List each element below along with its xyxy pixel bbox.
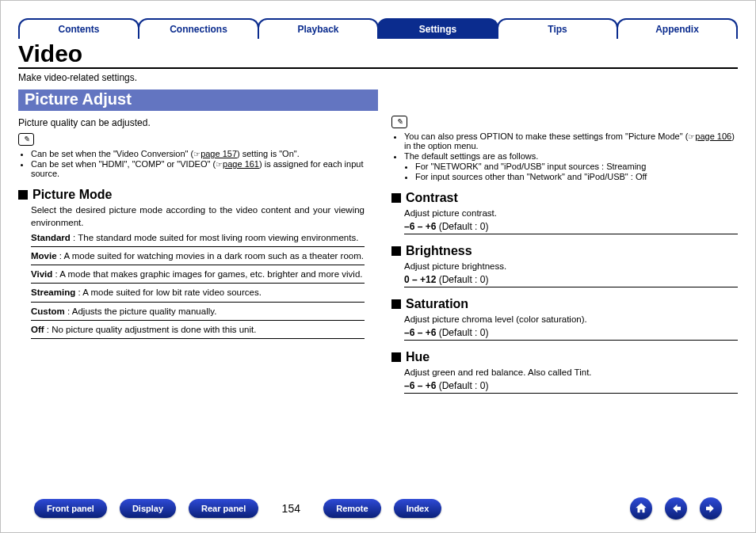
tab-tips[interactable]: Tips <box>497 18 618 39</box>
heading-hue: Hue <box>391 350 738 364</box>
home-icon[interactable] <box>630 497 652 520</box>
crossref-icon: ☞ <box>688 132 695 141</box>
tab-contents[interactable]: Contents <box>18 18 139 39</box>
note-right-2b: For input sources other than "Network" a… <box>415 172 738 181</box>
page-ref-157[interactable]: page 157 <box>200 149 237 158</box>
heading-saturation: Saturation <box>391 297 738 311</box>
crossref-icon: ☞ <box>193 150 200 158</box>
picture-mode-row-streaming: Streaming : A mode suited for low bit ra… <box>31 284 365 302</box>
picture-mode-row-vivid: Vivid : A mode that makes graphic images… <box>31 265 365 284</box>
section-heading-picture-adjust: Picture Adjust <box>18 89 378 111</box>
tab-connections[interactable]: Connections <box>138 18 259 39</box>
page-ref-161[interactable]: page 161 <box>223 159 259 169</box>
footer-front-panel[interactable]: Front panel <box>34 499 107 518</box>
heading-contrast: Contrast <box>391 191 738 205</box>
content-columns: Picture quality can be adjusted. ✎ Can b… <box>18 112 738 394</box>
range-saturation: –6 – +6 (Default : 0) <box>404 326 738 341</box>
tab-settings[interactable]: Settings <box>377 18 498 39</box>
note-left-2: Can be set when "HDMI", "COMP" or "VIDEO… <box>31 159 365 178</box>
title-underline <box>18 67 738 69</box>
note-right-2: The default settings are as follows. <box>404 151 738 161</box>
pencil-note-icon: ✎ <box>18 133 34 146</box>
range-contrast: –6 – +6 (Default : 0) <box>404 219 738 234</box>
desc-saturation: Adjust picture chroma level (color satur… <box>404 313 738 326</box>
note-right-1: You can also press OPTION to make these … <box>404 131 738 150</box>
note-box-right: ✎ You can also press OPTION to make thes… <box>391 116 738 181</box>
desc-hue: Adjust green and red balance. Also calle… <box>404 366 738 379</box>
range-brightness: 0 – +12 (Default : 0) <box>404 272 738 287</box>
note-right-2a: For "NETWORK" and "iPod/USB" input sourc… <box>415 162 738 171</box>
picture-mode-row-standard: Standard : The standard mode suited for … <box>31 229 365 247</box>
page-title: Video <box>18 42 738 66</box>
range-hue: –6 – +6 (Default : 0) <box>404 379 738 394</box>
tab-playback[interactable]: Playback <box>258 18 379 39</box>
desc-brightness: Adjust picture brightness. <box>404 260 738 272</box>
desc-picture-mode: Select the desired picture mode accordin… <box>31 204 365 229</box>
tab-bar: Contents Connections Playback Settings T… <box>18 15 738 39</box>
footer-index[interactable]: Index <box>394 499 442 518</box>
column-left: Picture quality can be adjusted. ✎ Can b… <box>18 112 365 394</box>
back-icon[interactable] <box>665 497 687 520</box>
heading-brightness: Brightness <box>391 244 738 258</box>
page-ref-106[interactable]: page 106 <box>695 131 731 141</box>
note-box-left: ✎ Can be set when the "Video Conversion"… <box>18 133 365 178</box>
page-number: 154 <box>271 502 311 515</box>
lead-text: Picture quality can be adjusted. <box>18 117 365 128</box>
note-left-1: Can be set when the "Video Conversion" (… <box>31 149 365 158</box>
page-intro: Make video-related settings. <box>18 72 738 83</box>
picture-mode-row-off: Off : No picture quality adjustment is d… <box>31 321 365 339</box>
tab-appendix[interactable]: Appendix <box>617 18 738 39</box>
footer-bar: Front panel Display Rear panel 154 Remot… <box>34 497 722 520</box>
crossref-icon: ☞ <box>216 160 223 169</box>
desc-contrast: Adjust picture contrast. <box>404 207 738 219</box>
heading-picture-mode: Picture Mode <box>18 188 365 202</box>
picture-mode-row-movie: Movie : A mode suited for watching movie… <box>31 247 365 265</box>
pencil-note-icon: ✎ <box>391 116 407 128</box>
picture-mode-row-custom: Custom : Adjusts the picture quality man… <box>31 303 365 321</box>
footer-rear-panel[interactable]: Rear panel <box>189 499 258 518</box>
footer-remote[interactable]: Remote <box>323 499 380 518</box>
forward-icon[interactable] <box>700 497 722 520</box>
footer-display[interactable]: Display <box>120 499 176 518</box>
column-right: ✎ You can also press OPTION to make thes… <box>391 112 738 394</box>
